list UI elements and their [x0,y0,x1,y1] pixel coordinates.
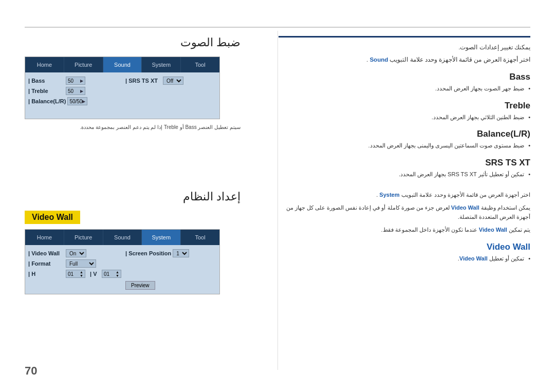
system-body: | Video Wall On Off | Format Full Natura… [25,245,219,294]
balance-row: | Balance(L/R) 50/50▶ [28,97,122,105]
screenpos-label: | Screen Position [125,250,171,256]
sound-ui-panel: Home Picture Sound System Tool | Bass 50… [25,57,220,119]
sound-note: سيتم تعطيل العنصر Bass أو Treble إذا لم … [25,123,240,131]
vw-highlight2: Video Wall [479,227,507,233]
system-right-fields: | Screen Position 1 2 Preview [122,249,216,290]
bass-value[interactable]: 50▶ [66,77,85,85]
vw-highlight1: Video Wall [451,204,479,211]
h-label: | H [28,271,64,277]
hv-row: | H 01▲▼ | V 01▲▼ [28,270,122,278]
v-value[interactable]: 01▲▼ [102,270,121,278]
treble-row: | Treble 50▶ [28,87,122,95]
treble-value[interactable]: 50▶ [66,87,85,95]
vertical-divider [278,31,278,370]
system-ui-panel: Home Picture Sound System Tool | Video W… [25,229,220,294]
system-nav: Home Picture Sound System Tool [25,230,219,245]
right-bottom-section: اختر أجهزة العرض من قائمة الأجهزة وحدد ع… [279,190,530,263]
v-label: | V [90,271,100,277]
screenpos-select[interactable]: 1 2 [173,249,189,257]
treble-bullet: ضبط الطنين الثلاثي بجهاز العرض المحدد. [279,113,530,122]
format-select[interactable]: Full Natural [66,259,96,268]
left-bottom-section: إعداد النظام Video Wall Home Picture Sou… [25,190,240,294]
sys-intro1: اختر أجهزة العرض من قائمة الأجهزة وحدد ع… [279,190,530,200]
h-value[interactable]: 01▲▼ [66,270,85,278]
video-wall-badge: Video Wall [25,211,80,224]
treble-label: | Treble [28,88,64,94]
nav-home[interactable]: Home [25,57,64,72]
videowall-select[interactable]: On Off [66,249,86,257]
srs-heading: SRS TS XT [279,158,530,168]
preview-button[interactable]: Preview [125,281,155,290]
sys-intro2: يمكن استخدام وظيفة Video Wall لعرض جزء م… [279,203,530,222]
screenpos-row: | Screen Position 1 2 [125,249,216,257]
left-top-section: ضبط الصوت Home Picture Sound System Tool… [25,36,240,131]
format-row: | Format Full Natural [28,259,122,268]
balance-label: | Balance(L/R) [28,98,66,104]
vw-heading: Video Wall [279,242,530,252]
balance-heading: Balance(L/R) [279,129,530,139]
sound-intro1: يمكنك تغيير إعدادات الصوت. [279,43,530,53]
page-number: 70 [25,364,37,378]
sys-nav-picture[interactable]: Picture [64,230,103,245]
sound-title-ar: ضبط الصوت [25,36,240,49]
srs-row: | SRS TS XT Off On [125,77,216,85]
right-top-section: يمكنك تغيير إعدادات الصوت. اختر أجهزة ال… [279,36,530,179]
sound-nav: Home Picture Sound System Tool [25,57,219,72]
videowall-label: | Video Wall [28,250,64,256]
sys-intro3: يتم تمكين Video Wall عندما تكون الأجهزة … [279,225,530,235]
sound-right-fields: | SRS TS XT Off On [122,77,216,115]
balance-value[interactable]: 50/50▶ [67,97,87,105]
preview-row: Preview [125,272,216,290]
sys-nav-home[interactable]: Home [25,230,64,245]
right-top-divider [279,36,530,38]
srs-select[interactable]: Off On [163,77,183,85]
srs-bullet: تمكين أو تعطيل تأثير SRS TS XT بجهاز الع… [279,170,530,179]
sys-nav-tool[interactable]: Tool [181,230,219,245]
nav-sound[interactable]: Sound [103,57,142,72]
system-left-fields: | Video Wall On Off | Format Full Natura… [28,249,122,290]
balance-bullet: ضبط مستوى صوت السماعتين اليسرى واليمنى ب… [279,141,530,151]
system-highlight: System [379,192,399,198]
bass-bullet: ضبط جهر الصوت بجهاز العرض المحدد. [279,84,530,94]
sys-nav-system[interactable]: System [142,230,181,245]
sound-highlight: Sound [369,57,388,63]
srs-label: | SRS TS XT [125,78,161,84]
nav-system[interactable]: System [142,57,181,72]
bass-heading: Bass [279,72,530,82]
nav-tool[interactable]: Tool [181,57,219,72]
treble-heading: Treble [279,101,530,111]
bass-row: | Bass 50▶ [28,77,122,85]
format-label: | Format [28,260,64,267]
vw-bullet: تمكين أو تعطيل Video Wall. [279,254,530,264]
sound-left-fields: | Bass 50▶ | Treble 50▶ | Balance(L/R) 5… [28,77,122,115]
bass-label: | Bass [28,78,64,84]
system-title-ar: إعداد النظام [25,190,240,203]
sound-body: | Bass 50▶ | Treble 50▶ | Balance(L/R) 5… [25,72,219,119]
sound-intro2: اختر أجهزة العرض من قائمة الأجهزة وحدد ع… [279,55,530,65]
sys-nav-sound[interactable]: Sound [103,230,142,245]
top-divider [25,27,530,28]
videowall-row: | Video Wall On Off [28,249,122,257]
nav-picture[interactable]: Picture [64,57,103,72]
